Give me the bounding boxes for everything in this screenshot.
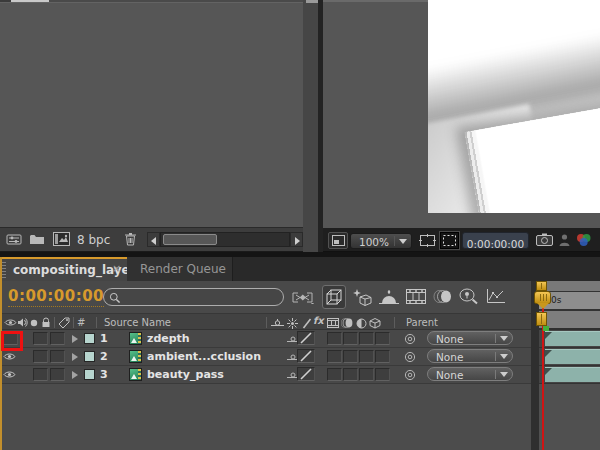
current-time-display[interactable]: 0:00:00:00 xyxy=(8,287,104,307)
layer-name[interactable]: beauty_pass xyxy=(147,368,224,381)
timeline-empty-area xyxy=(0,384,531,450)
frame-blend-button[interactable] xyxy=(406,289,426,304)
parent-dropdown[interactable]: None xyxy=(427,367,513,381)
lock-toggle[interactable] xyxy=(50,368,65,381)
adjustment-layer-switch[interactable] xyxy=(359,332,374,345)
number-column-header[interactable]: # xyxy=(77,317,85,328)
parent-pick-whip-icon[interactable] xyxy=(404,351,416,363)
lock-toggle[interactable] xyxy=(50,350,65,363)
motion-blur-button[interactable] xyxy=(433,290,452,303)
video-toggle[interactable] xyxy=(3,351,18,364)
label-column-icon[interactable] xyxy=(58,317,70,328)
snapshot-button[interactable] xyxy=(536,233,553,246)
layer-duration-bar[interactable] xyxy=(545,367,600,382)
parent-pick-whip-icon[interactable] xyxy=(404,333,416,345)
tab-gripper[interactable] xyxy=(2,262,6,278)
panel-divider[interactable] xyxy=(303,0,323,252)
project-color-depth[interactable]: 8 bpc xyxy=(77,233,110,247)
search-box[interactable] xyxy=(103,288,284,306)
layer-duration-bar[interactable] xyxy=(545,349,600,364)
motion-blur-switch[interactable] xyxy=(343,368,358,381)
mini-flowchart-button[interactable] xyxy=(292,291,314,304)
solo-column-icon[interactable] xyxy=(30,319,38,327)
audio-column-icon[interactable] xyxy=(17,317,28,328)
region-of-interest-button[interactable] xyxy=(440,232,459,249)
frame-blend-switch[interactable] xyxy=(327,332,342,345)
source-name-column-header[interactable]: Source Name xyxy=(104,317,171,328)
label-color-swatch[interactable] xyxy=(84,333,95,344)
twirl-arrow-icon[interactable] xyxy=(72,371,78,379)
interpret-footage-button[interactable] xyxy=(6,233,22,246)
quality-switch[interactable] xyxy=(297,331,315,345)
brainstorm-button[interactable] xyxy=(458,288,479,305)
draft-3d-button[interactable] xyxy=(352,289,372,306)
layer-name[interactable]: ambient...cclusion xyxy=(147,350,261,363)
adjustment-layer-switch[interactable] xyxy=(359,350,374,363)
twirl-arrow-icon[interactable] xyxy=(72,335,78,343)
label-color-swatch[interactable] xyxy=(84,369,95,380)
show-snapshot-button[interactable] xyxy=(559,234,570,246)
layer-name[interactable]: zdepth xyxy=(147,332,190,345)
live-update-button[interactable] xyxy=(322,285,346,309)
tab-render-queue[interactable]: Render Queue xyxy=(127,257,233,281)
scrollbar-left-arrow[interactable] xyxy=(147,232,160,247)
cti-work-area-handle[interactable] xyxy=(536,312,547,326)
label-color-swatch[interactable] xyxy=(84,351,95,362)
motion-blur-switch[interactable] xyxy=(343,332,358,345)
graph-editor-button[interactable] xyxy=(486,289,505,304)
parent-dropdown[interactable]: None xyxy=(427,331,513,345)
parent-dropdown[interactable]: None xyxy=(427,349,513,363)
layer-row-1[interactable]: 1 zdepth None xyxy=(0,330,531,347)
layer-duration-bar[interactable] xyxy=(545,331,600,346)
new-folder-button[interactable] xyxy=(29,233,45,245)
search-input[interactable] xyxy=(124,290,276,304)
solo-toggle[interactable] xyxy=(33,368,48,381)
quality-switch[interactable] xyxy=(297,349,315,363)
quality-column-icon[interactable] xyxy=(302,318,312,329)
comp-marker-bin[interactable] xyxy=(539,281,600,291)
scrollbar-track[interactable] xyxy=(160,232,290,247)
composition-viewport[interactable] xyxy=(428,0,600,213)
threed-layer-switch[interactable] xyxy=(375,350,390,363)
video-toggle[interactable] xyxy=(3,369,18,382)
cti-top-handle[interactable] xyxy=(536,281,547,291)
delete-item-button[interactable] xyxy=(124,232,137,246)
always-preview-button[interactable] xyxy=(328,232,348,249)
threed-layer-switch[interactable] xyxy=(375,368,390,381)
parent-column-header[interactable]: Parent xyxy=(406,317,438,328)
channel-settings-button[interactable] xyxy=(575,233,592,247)
video-column-icon[interactable] xyxy=(4,318,17,327)
grid-guides-button[interactable] xyxy=(418,233,437,249)
motion-blur-switch[interactable] xyxy=(343,350,358,363)
annotation-highlight xyxy=(1,331,23,351)
frame-blend-column-icon[interactable] xyxy=(327,318,339,328)
parent-pick-whip-icon[interactable] xyxy=(404,369,416,381)
new-composition-button[interactable] xyxy=(53,232,70,246)
layer-row-2[interactable]: 2 ambient...cclusion None xyxy=(0,348,531,365)
work-area-start-marker[interactable] xyxy=(543,326,549,331)
preview-time-display[interactable]: 0:00:00:00 xyxy=(462,232,529,249)
magnification-select[interactable]: 100% xyxy=(350,233,412,249)
solo-toggle[interactable] xyxy=(33,332,48,345)
adjustment-layer-switch[interactable] xyxy=(359,368,374,381)
collapse-column-icon[interactable] xyxy=(287,318,298,329)
twirl-arrow-icon[interactable] xyxy=(72,353,78,361)
tab-close-icon[interactable]: × xyxy=(112,262,121,275)
threed-layer-column-icon[interactable] xyxy=(369,317,381,329)
shy-column-icon[interactable] xyxy=(271,319,284,327)
shy-layers-button[interactable] xyxy=(379,290,399,304)
frame-blend-switch[interactable] xyxy=(327,368,342,381)
adjustment-layer-column-icon[interactable] xyxy=(356,318,367,329)
quality-switch[interactable] xyxy=(297,367,315,381)
lock-toggle[interactable] xyxy=(50,332,65,345)
scrollbar-right-arrow[interactable] xyxy=(290,232,303,247)
frame-blend-switch[interactable] xyxy=(327,350,342,363)
solo-toggle[interactable] xyxy=(33,350,48,363)
fx-column-icon[interactable]: fx xyxy=(313,315,324,326)
motion-blur-column-icon[interactable] xyxy=(341,318,353,328)
tab-compositing-layers[interactable]: compositing_layers × xyxy=(0,257,127,281)
scrollbar-thumb[interactable] xyxy=(163,234,217,245)
layer-row-3[interactable]: 3 beauty_pass None xyxy=(0,366,531,383)
lock-column-icon[interactable] xyxy=(41,317,51,328)
threed-layer-switch[interactable] xyxy=(375,332,390,345)
